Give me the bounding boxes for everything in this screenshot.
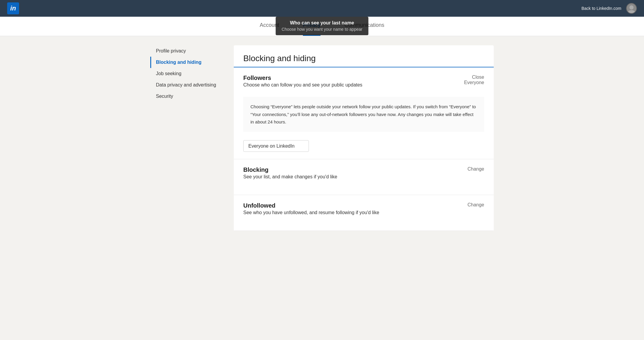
followers-dropdown[interactable]: Everyone on LinkedIn Your connections on… xyxy=(243,140,309,152)
sidebar-item-profile-privacy[interactable]: Profile privacy xyxy=(150,45,222,57)
section-header: Blocking and hiding xyxy=(234,45,494,67)
back-to-linkedin-link[interactable]: Back to LinkedIn.com xyxy=(581,6,621,11)
unfollowed-block-header: Unfollowed See who you have unfollowed, … xyxy=(243,202,484,221)
tab-communications[interactable]: Communications xyxy=(344,17,384,36)
blocking-change-button[interactable]: Change xyxy=(467,166,484,172)
sidebar-item-security[interactable]: Security xyxy=(150,91,222,102)
followers-desc: Choose who can follow you and see your p… xyxy=(243,81,362,89)
blocking-block-header: Blocking See your list, and make changes… xyxy=(243,166,484,185)
followers-block-header: Followers Choose who can follow you and … xyxy=(243,75,484,93)
unfollowed-block-left: Unfollowed See who you have unfollowed, … xyxy=(243,202,379,221)
followers-current-value: Everyone xyxy=(464,80,484,85)
followers-block: Followers Choose who can follow you and … xyxy=(234,67,494,159)
sidebar-item-data-privacy[interactable]: Data privacy and advertising xyxy=(150,79,222,91)
topbar-right: Back to LinkedIn.com xyxy=(581,3,637,14)
tab-privacy[interactable]: Privacy xyxy=(303,17,321,36)
sidebar-item-job-seeking[interactable]: Job seeking xyxy=(150,68,222,79)
main-content: Blocking and hiding Followers Choose who… xyxy=(234,45,494,231)
followers-info-box: Choosing “Everyone” lets people outside … xyxy=(243,97,484,132)
svg-point-0 xyxy=(629,5,634,10)
followers-title: Followers xyxy=(243,75,362,81)
sidebar-item-blocking-hiding[interactable]: Blocking and hiding xyxy=(150,57,222,68)
sidebar: Profile privacy Blocking and hiding Job … xyxy=(150,45,222,231)
unfollowed-desc: See who you have unfollowed, and resume … xyxy=(243,209,379,216)
section-title: Blocking and hiding xyxy=(243,54,484,63)
blocking-block: Blocking See your list, and make changes… xyxy=(234,159,494,195)
followers-block-right: Close Everyone xyxy=(464,75,484,85)
blocking-desc: See your list, and make changes if you'd… xyxy=(243,173,337,180)
blocking-block-left: Blocking See your list, and make changes… xyxy=(243,166,337,185)
unfollowed-title: Unfollowed xyxy=(243,202,379,209)
tab-nav-inner: Account Privacy Communications xyxy=(260,17,384,36)
linkedin-logo[interactable]: in xyxy=(7,2,19,14)
blocking-title: Blocking xyxy=(243,166,337,173)
svg-point-1 xyxy=(628,10,635,13)
page-wrapper: Profile privacy Blocking and hiding Job … xyxy=(143,36,501,240)
followers-info-text: Choosing “Everyone” lets people outside … xyxy=(250,103,477,126)
avatar[interactable] xyxy=(626,3,637,14)
followers-close-button[interactable]: Close xyxy=(470,75,484,80)
tab-account[interactable]: Account xyxy=(260,17,279,36)
unfollowed-change-button[interactable]: Change xyxy=(467,202,484,208)
followers-block-left: Followers Choose who can follow you and … xyxy=(243,75,362,93)
unfollowed-block: Unfollowed See who you have unfollowed, … xyxy=(234,195,494,231)
topbar: in Back to LinkedIn.com xyxy=(0,0,644,17)
